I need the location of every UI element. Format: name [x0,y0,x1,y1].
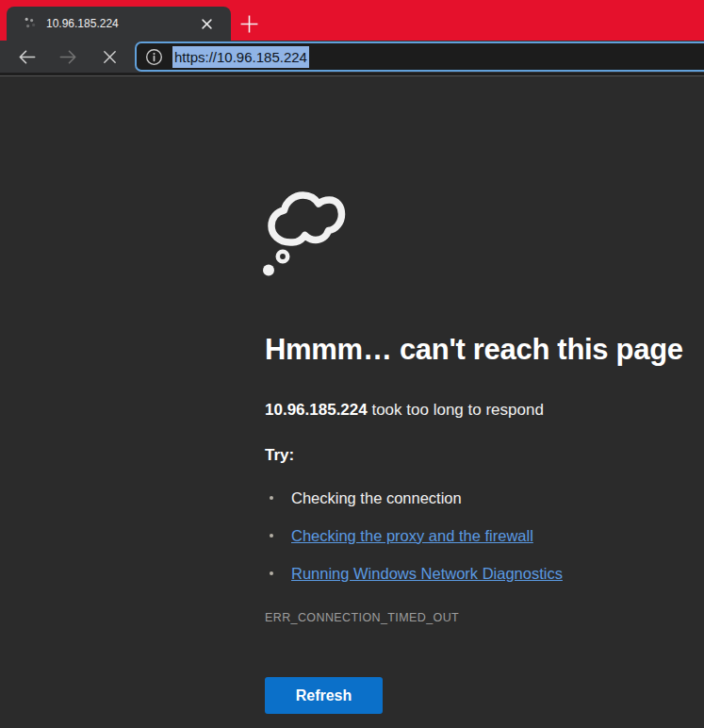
bullet-icon [270,571,273,575]
back-button[interactable] [9,41,43,73]
network-diagnostics-link[interactable]: Running Windows Network Diagnostics [291,565,563,583]
site-info-icon[interactable] [145,48,163,66]
error-heading: Hmmm… can't reach this page [265,333,683,367]
stop-x-icon [100,47,120,67]
tab-strip: 10.96.185.224 [0,0,704,41]
error-code: ERR_CONNECTION_TIMED_OUT [265,611,459,624]
forward-arrow-icon [57,46,79,68]
stop-loading-button[interactable] [92,41,126,73]
suggestion-item-network-diagnostics: Running Windows Network Diagnostics [265,554,563,592]
new-tab-button[interactable] [237,12,261,35]
suggestion-item-connection: Checking the connection [265,479,563,517]
tab-title: 10.96.185.224 [46,17,198,30]
bullet-icon [270,496,273,500]
error-host: 10.96.185.224 [265,401,368,419]
proxy-firewall-link[interactable]: Checking the proxy and the firewall [291,527,533,545]
address-bar[interactable]: https://10.96.185.224 [135,41,704,72]
tab-loading-spinner-icon [23,16,38,31]
suggestion-item-proxy-firewall: Checking the proxy and the firewall [265,517,563,554]
error-subtext: 10.96.185.224 took too long to respond [265,401,544,420]
try-label: Try: [265,446,294,465]
close-icon [202,19,212,29]
forward-button[interactable] [51,41,85,73]
plus-icon [239,14,259,34]
thought-cloud-icon [260,185,358,283]
refresh-button[interactable]: Refresh [265,677,383,714]
url-input[interactable]: https://10.96.185.224 [172,46,309,68]
error-subtext-rest: took too long to respond [368,401,544,419]
error-page: Hmmm… can't reach this page 10.96.185.22… [0,76,704,728]
tab-close-button[interactable] [198,15,216,33]
back-arrow-icon [16,46,38,68]
suggestion-list: Checking the connection Checking the pro… [265,479,563,592]
bullet-icon [270,534,273,538]
browser-toolbar: https://10.96.185.224 [0,41,704,73]
suggestion-label: Checking the connection [291,489,462,507]
browser-tab[interactable]: 10.96.185.224 [7,7,231,41]
